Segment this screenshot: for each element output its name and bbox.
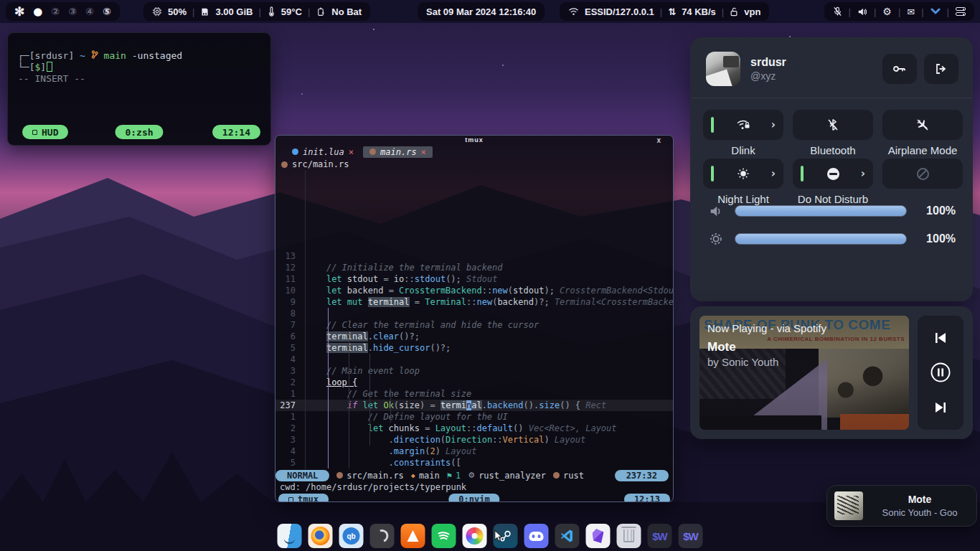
dock-vscode[interactable] bbox=[555, 524, 580, 548]
dock: qb $W $W bbox=[278, 524, 703, 548]
temperature-value: 59°C bbox=[281, 6, 302, 17]
media-notification[interactable]: Mote Sonic Youth - Goo bbox=[826, 485, 977, 527]
tab-init-lua[interactable]: init.lua × bbox=[286, 146, 360, 158]
workspace-1[interactable]: ● bbox=[33, 5, 42, 18]
terminal-output[interactable]: ┌─[srdusr] ~ main -unstaged └─[$] -- INS… bbox=[8, 33, 270, 85]
lock-keys-button[interactable] bbox=[882, 54, 917, 84]
workspace-4[interactable]: ④ bbox=[85, 6, 94, 17]
workspaces-module: ✻ ● ② ③ ④ ⑤ bbox=[6, 2, 120, 21]
brightness-slider[interactable] bbox=[735, 233, 907, 245]
tmux-window-pill[interactable]: 0:nvim bbox=[448, 494, 499, 502]
code-line[interactable]: 4 bbox=[275, 354, 673, 365]
code-editor[interactable]: 1312 // Initialize the terminal backend1… bbox=[275, 170, 673, 469]
code-line[interactable]: 3 .direction(Direction::Vertical) Layout bbox=[275, 434, 673, 446]
code-line[interactable]: 8 bbox=[275, 308, 673, 319]
gear-icon[interactable]: ⚙ bbox=[882, 6, 892, 17]
toggle-night-light[interactable]: › bbox=[703, 159, 783, 189]
code-line[interactable]: 1 // Get the terminal size bbox=[275, 388, 673, 400]
deck-icon[interactable] bbox=[956, 7, 966, 16]
code-line[interactable]: 5 .constraints([ bbox=[275, 457, 673, 468]
brightness-icon bbox=[709, 232, 723, 246]
code-line[interactable]: 2 loop { bbox=[275, 377, 673, 388]
toggle-label: Dlink bbox=[696, 144, 791, 156]
chevron-right-icon[interactable]: › bbox=[771, 167, 776, 180]
gutter-separator bbox=[305, 170, 306, 469]
next-track-icon[interactable] bbox=[933, 401, 948, 414]
statusline-branch: ◆main bbox=[411, 471, 440, 481]
dock-spotify[interactable] bbox=[432, 524, 456, 548]
code-line[interactable]: 237 if let Ok(size) = terminal.backend()… bbox=[275, 400, 673, 411]
mail-icon[interactable]: ✉ bbox=[907, 6, 915, 17]
tab-close-icon[interactable]: × bbox=[349, 147, 354, 157]
dock-vlc[interactable] bbox=[401, 524, 425, 548]
toggle-do-not-disturb[interactable]: › bbox=[793, 159, 873, 189]
network-speed: 74 KB/s bbox=[682, 6, 716, 17]
code-line[interactable]: 9 let mut terminal = Terminal::new(backe… bbox=[275, 296, 673, 308]
dock-qbittorrent[interactable]: qb bbox=[339, 524, 364, 548]
dock-photos[interactable] bbox=[463, 524, 487, 548]
key-icon bbox=[892, 64, 907, 74]
notification-title: Mote bbox=[870, 494, 969, 505]
workspace-5[interactable]: ⑤ bbox=[103, 6, 111, 17]
window-icon bbox=[288, 497, 293, 502]
hud-pill[interactable]: HUD bbox=[22, 125, 68, 139]
dock-discord[interactable] bbox=[524, 524, 549, 548]
logout-button[interactable] bbox=[924, 54, 958, 84]
editor-window[interactable]: tmux x init.lua × main.rs × src/main.rs bbox=[275, 135, 674, 502]
close-icon[interactable]: x bbox=[656, 136, 661, 145]
code-line[interactable]: 13 bbox=[275, 250, 673, 262]
dock-obsidian[interactable] bbox=[586, 524, 611, 548]
code-line[interactable]: 4 .margin(2) Layout bbox=[275, 446, 673, 457]
mic-muted-icon[interactable] bbox=[833, 6, 842, 17]
zsh-window-pill[interactable]: 0:zsh bbox=[115, 125, 163, 139]
tmux-session-pill[interactable]: tmux bbox=[278, 494, 329, 502]
active-indicator bbox=[711, 117, 714, 133]
user-header: srdusr @xyz bbox=[690, 37, 973, 98]
mouse-cursor bbox=[494, 529, 504, 542]
dock-firefox[interactable] bbox=[308, 524, 333, 548]
speaker-icon[interactable] bbox=[857, 7, 867, 17]
code-line[interactable]: 1 // Define layout for the UI bbox=[275, 411, 673, 423]
workspace-3[interactable]: ③ bbox=[68, 6, 77, 17]
tab-close-icon[interactable]: × bbox=[421, 147, 426, 157]
tab-main-rs[interactable]: main.rs × bbox=[363, 146, 433, 158]
album-art[interactable]: SHAPE OF PUNK TO COMEA CHIMERICAL BOMBIN… bbox=[699, 316, 909, 430]
dock-file-manager[interactable] bbox=[278, 524, 302, 548]
photos-flower-icon bbox=[466, 527, 484, 545]
dock-sw-app-2[interactable]: $W bbox=[679, 524, 703, 548]
toggle-dlink[interactable]: › bbox=[703, 110, 783, 140]
code-line[interactable]: 7 // Clear the terminal and hide the cur… bbox=[275, 319, 673, 331]
workspace-2[interactable]: ② bbox=[51, 6, 60, 17]
code-line[interactable]: 10 let backend = CrosstermBackend::new(s… bbox=[275, 285, 673, 296]
previous-track-icon[interactable] bbox=[933, 331, 948, 344]
blocked-icon bbox=[917, 168, 929, 180]
indent-guide bbox=[369, 354, 370, 446]
pause-icon[interactable] bbox=[930, 362, 951, 383]
code-line[interactable]: 6 terminal.clear()?; bbox=[275, 331, 673, 342]
volume-slider[interactable] bbox=[735, 205, 907, 217]
media-controls bbox=[918, 316, 963, 430]
nvim-statusline: NORMAL src/main.rs ◆main ⚑1 ⚙rust_analyz… bbox=[275, 469, 673, 481]
clock-module[interactable]: Sat 09 Mar 2024 12:16:40 bbox=[418, 2, 545, 21]
code-line[interactable]: 11 let stdout = io::stdout(); Stdout bbox=[275, 273, 673, 285]
toggle-disabled[interactable] bbox=[882, 159, 963, 189]
code-line[interactable]: 5 terminal.hide_cursor()?; bbox=[275, 342, 673, 354]
lock-open-icon bbox=[730, 7, 738, 17]
toggle-airplane-mode[interactable] bbox=[882, 110, 963, 140]
code-line[interactable]: 2 let chunks = Layout::default() Vec<Rec… bbox=[275, 423, 673, 434]
chevron-right-icon[interactable]: › bbox=[861, 167, 865, 180]
chevron-right-icon[interactable]: › bbox=[771, 118, 776, 131]
toggle-bluetooth[interactable] bbox=[793, 110, 873, 140]
dock-sw-app-1[interactable]: $W bbox=[648, 524, 672, 548]
volume-slider-row: 100% bbox=[709, 204, 956, 217]
code-lines[interactable]: 1312 // Initialize the terminal backend1… bbox=[275, 250, 673, 469]
dock-swirl-app[interactable] bbox=[370, 524, 395, 548]
chevron-down-icon[interactable] bbox=[930, 8, 941, 15]
user-handle: @xyz bbox=[750, 70, 786, 82]
code-line[interactable]: 3 // Main event loop bbox=[275, 365, 673, 377]
dock-trash[interactable] bbox=[617, 524, 641, 548]
code-line[interactable]: 6 Constraint::Min(3), bbox=[275, 468, 673, 469]
toggle-label: Do Not Disturb bbox=[786, 193, 880, 205]
code-line[interactable]: 12 // Initialize the terminal backend bbox=[275, 262, 673, 273]
terminal-window[interactable]: ┌─[srdusr] ~ main -unstaged └─[$] -- INS… bbox=[7, 32, 271, 146]
